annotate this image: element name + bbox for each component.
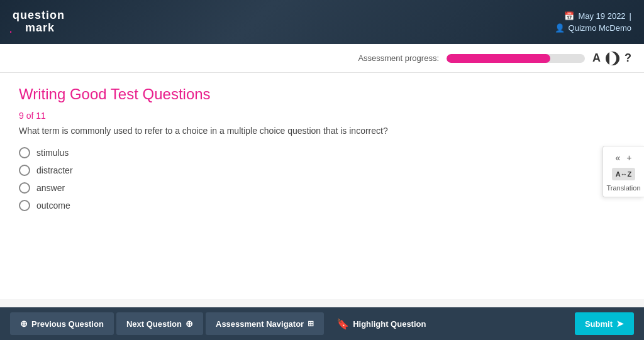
main-content: Writing Good Test Questions 9 of 11 What… — [0, 73, 644, 299]
translation-label: Translation — [607, 184, 641, 192]
option-outcome-label: outcome — [36, 200, 70, 211]
expand-panel-button[interactable]: + — [625, 151, 633, 164]
header-info: 📅 May 19 2022 | 👤 Quizmo McDemo — [555, 11, 631, 33]
option-distracter-label: distracter — [36, 165, 73, 175]
header-divider: | — [630, 11, 631, 21]
next-label: Next Question — [126, 319, 182, 329]
counter-of: of — [26, 111, 34, 121]
highlight-question-button[interactable]: 🔖 Highlight Question — [326, 312, 436, 335]
radio-stimulus[interactable] — [19, 147, 30, 158]
option-distracter[interactable]: distracter — [19, 165, 625, 176]
prev-question-button[interactable]: ⊕ Previous Question — [10, 312, 114, 335]
assessment-navigator-button[interactable]: Assessment Navigator ⊞ — [206, 312, 324, 335]
assessment-title: Writing Good Test Questions — [19, 85, 625, 103]
progress-bar-container — [447, 54, 585, 63]
option-outcome[interactable]: outcome — [19, 200, 625, 211]
radio-outcome[interactable] — [19, 200, 30, 211]
logo-line2: mark — [13, 22, 65, 35]
header: · question mark 📅 May 19 2022 | 👤 Quizmo… — [0, 0, 644, 44]
highlight-label: Highlight Question — [353, 319, 426, 329]
nav-label: Assessment Navigator — [216, 319, 304, 329]
total-questions: 11 — [36, 111, 46, 121]
next-question-button[interactable]: Next Question ⊕ — [116, 312, 203, 335]
progress-bar-fill — [447, 54, 550, 63]
contrast-icon[interactable] — [606, 52, 619, 65]
submit-button[interactable]: Submit ➤ — [575, 312, 634, 335]
bookmark-icon: 🔖 — [336, 318, 349, 330]
font-size-icon[interactable]: A — [592, 52, 601, 65]
user-name: Quizmo McDemo — [569, 23, 631, 33]
prev-label: Previous Question — [31, 319, 104, 329]
date-text: May 19 2022 — [578, 11, 625, 21]
submit-icon: ➤ — [616, 319, 624, 329]
radio-distracter[interactable] — [19, 165, 30, 176]
current-question: 9 — [19, 111, 24, 121]
progress-icons: A ? — [592, 52, 631, 65]
side-panel: « + A↔Z Translation — [602, 146, 644, 197]
calendar-icon: 📅 — [564, 11, 574, 21]
collapse-panel-button[interactable]: « — [614, 151, 622, 164]
option-stimulus-label: stimulus — [36, 148, 69, 158]
submit-label: Submit — [585, 319, 613, 329]
header-user: 👤 Quizmo McDemo — [555, 23, 631, 33]
option-answer[interactable]: answer — [19, 182, 625, 194]
options-list: stimulus distracter answer outcome — [19, 147, 625, 211]
progress-row: Assessment progress: A ? — [0, 44, 644, 73]
footer: ⊕ Previous Question Next Question ⊕ Asse… — [0, 307, 644, 340]
radio-answer[interactable] — [19, 182, 30, 194]
side-panel-controls: « + — [614, 151, 633, 164]
next-icon: ⊕ — [186, 319, 193, 329]
option-stimulus[interactable]: stimulus — [19, 147, 625, 158]
user-icon: 👤 — [555, 23, 565, 33]
logo-dot: · — [9, 24, 13, 39]
question-counter: 9 of 11 — [19, 111, 625, 121]
header-date: 📅 May 19 2022 | — [564, 11, 631, 21]
question-text: What term is commonly used to refer to a… — [19, 126, 625, 136]
logo: · question mark — [13, 9, 65, 35]
prev-icon: ⊕ — [20, 319, 28, 329]
grid-icon: ⊞ — [308, 319, 314, 328]
option-answer-label: answer — [36, 183, 65, 193]
progress-label: Assessment progress: — [358, 53, 439, 63]
logo-line1: question — [13, 9, 65, 22]
translation-badge: A↔Z — [612, 168, 636, 180]
help-icon[interactable]: ? — [625, 52, 631, 65]
